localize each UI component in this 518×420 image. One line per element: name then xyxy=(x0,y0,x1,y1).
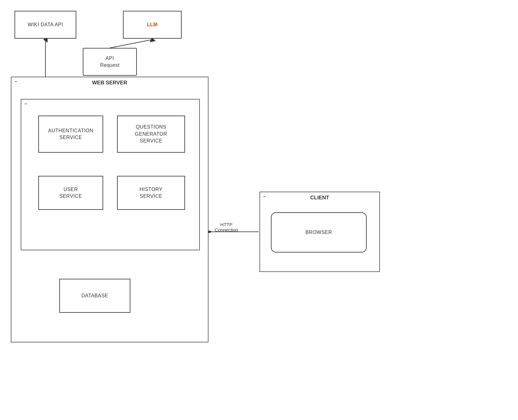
llm-box: LLM xyxy=(123,11,182,39)
diagram-container: WIKI DATA API LLM APIRequest − WEB SERVE… xyxy=(0,0,518,420)
auth-service-label: AUTHENTICATIONSERVICE xyxy=(48,127,93,141)
questions-service-box: QUESTIONSGENERATORSERVICE xyxy=(117,116,185,153)
browser-label: BROWSER xyxy=(305,229,332,236)
svg-line-4 xyxy=(110,40,152,48)
history-service-box: HISTORYSERVICE xyxy=(117,176,185,210)
api-request-box: APIRequest xyxy=(83,48,137,76)
user-service-box: USERSERVICE xyxy=(38,176,103,210)
http-connection-label: HTTPConnection xyxy=(215,222,238,232)
web-server-container: − WEB SERVER − AUTHENTICATIONSERVICE QUE… xyxy=(11,77,208,342)
auth-service-box: AUTHENTICATIONSERVICE xyxy=(38,116,103,153)
history-service-label: HISTORYSERVICE xyxy=(140,186,162,200)
client-container: − CLIENT BROWSER xyxy=(259,192,380,272)
llm-label: LLM xyxy=(147,21,158,28)
services-container: − AUTHENTICATIONSERVICE QUESTIONSGENERAT… xyxy=(21,99,200,250)
web-server-title: WEB SERVER xyxy=(11,80,208,86)
wiki-data-api-box: WIKI DATA API xyxy=(15,11,76,39)
client-title: CLIENT xyxy=(260,195,379,201)
wiki-data-api-label: WIKI DATA API xyxy=(28,21,63,28)
database-label: DATABASE xyxy=(82,292,108,299)
browser-box: BROWSER xyxy=(271,212,367,252)
database-box: DATABASE xyxy=(59,279,130,313)
questions-service-label: QUESTIONSGENERATORSERVICE xyxy=(135,124,167,144)
services-icon: − xyxy=(24,101,27,106)
user-service-label: USERSERVICE xyxy=(59,186,82,200)
api-request-label: APIRequest xyxy=(100,55,120,69)
